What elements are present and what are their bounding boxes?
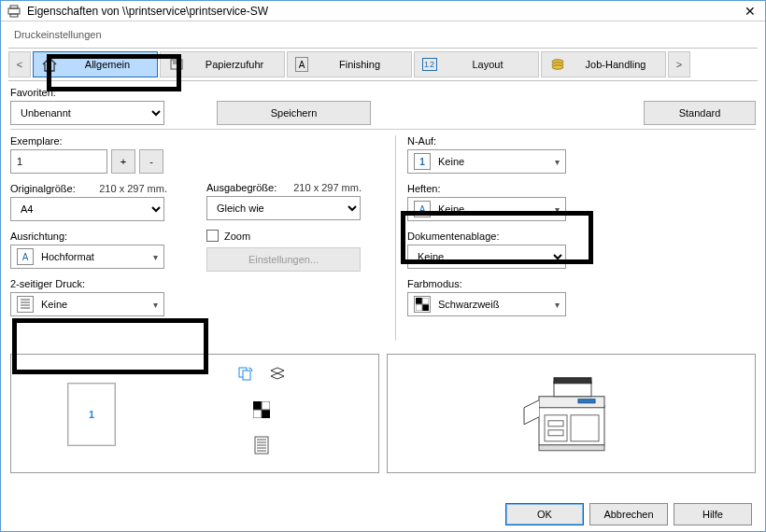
tab-allgemein[interactable]: Allgemein (33, 51, 158, 77)
paper-tray-icon (168, 56, 185, 73)
svg-rect-8 (422, 304, 429, 311)
chevron-down-icon: ▾ (555, 204, 560, 215)
bw-swatch-icon[interactable] (251, 399, 272, 420)
portrait-icon: A (17, 248, 34, 265)
svg-point-6 (552, 65, 563, 69)
pages-rotate-icon[interactable] (235, 364, 256, 385)
layout-12-icon: 12 (422, 58, 437, 71)
category-tabstrip: < Allgemein Papierzufuhr A Finishing 12 … (8, 48, 758, 81)
output-size-select[interactable]: Gleich wie (206, 196, 361, 220)
tab-layout[interactable]: 12 Layout (414, 51, 539, 77)
staple-label: Heften: (407, 183, 594, 194)
preview-row: 1 (10, 354, 756, 473)
bw-icon (414, 296, 431, 313)
zoom-settings-button: Einstellungen... (206, 247, 361, 272)
chevron-down-icon: ▾ (555, 300, 560, 310)
copies-input[interactable] (10, 149, 107, 174)
printer-properties-window: Eigenschaften von \\printservice\printse… (0, 0, 766, 532)
page-lines-icon[interactable] (251, 435, 272, 455)
duplex-select[interactable]: Keine▾ (10, 292, 164, 316)
help-button[interactable]: Hilfe (674, 503, 752, 525)
svg-rect-10 (416, 304, 422, 311)
svg-rect-25 (554, 378, 591, 384)
zoom-checkbox[interactable] (206, 230, 219, 242)
output-size-hint: 210 x 297 mm. (293, 182, 362, 193)
page-thumbnail: 1 (67, 383, 116, 446)
save-button[interactable]: Speichern (217, 101, 371, 125)
svg-rect-7 (416, 298, 422, 304)
page-lines-icon (17, 296, 34, 313)
document-a-icon: A (295, 57, 308, 72)
tab-label: Papierzufuhr (192, 59, 277, 70)
svg-rect-14 (262, 410, 270, 418)
preview-mode-icons (235, 364, 288, 455)
svg-rect-27 (539, 445, 604, 451)
dialog-body: < Allgemein Papierzufuhr A Finishing 12 … (1, 44, 765, 473)
orientation-label: Ausrichtung: (10, 231, 206, 242)
svg-rect-26 (578, 399, 595, 403)
tab-finishing[interactable]: A Finishing (287, 51, 412, 77)
svg-rect-15 (262, 401, 270, 410)
document-tray-select[interactable]: Keine (407, 245, 566, 269)
copies-label: Exemplare: (10, 135, 206, 147)
favorites-label: Favoriten: (10, 87, 756, 98)
svg-rect-1 (10, 6, 18, 8)
close-button[interactable]: ✕ (741, 5, 759, 18)
tab-job-handling[interactable]: Job-Handling (541, 51, 666, 77)
document-a-icon: A (414, 201, 431, 217)
stack-icon[interactable] (267, 364, 288, 385)
tab-label: Job-Handling (574, 59, 658, 70)
svg-rect-9 (422, 298, 429, 304)
coins-icon (549, 56, 566, 73)
zoom-label: Zoom (224, 231, 250, 242)
printer-preview-pane (387, 354, 756, 473)
original-size-select[interactable]: A4 (10, 197, 164, 221)
tab-scroll-left[interactable]: < (8, 51, 31, 77)
tab-label: Layout (445, 59, 531, 70)
tab-papierzufuhr[interactable]: Papierzufuhr (160, 51, 285, 77)
nup-label: N-Auf: (407, 135, 594, 147)
copies-minus-button[interactable]: - (139, 149, 163, 174)
nup-1-icon: 1 (414, 153, 431, 170)
orientation-select[interactable]: A Hochformat▾ (10, 245, 164, 269)
home-icon (41, 56, 58, 73)
svg-rect-2 (10, 14, 18, 17)
ok-button[interactable]: OK (505, 503, 584, 525)
page-preview-pane: 1 (10, 354, 379, 473)
tab-scroll-right[interactable]: > (668, 51, 690, 77)
window-title: Eigenschaften von \\printservice\printse… (27, 5, 741, 18)
nup-select[interactable]: 1 Keine▾ (407, 149, 566, 174)
dialog-footer: OK Abbrechen Hilfe (505, 503, 752, 525)
standard-button[interactable]: Standard (644, 101, 756, 125)
copies-plus-button[interactable]: + (111, 149, 135, 174)
cancel-button[interactable]: Abbrechen (589, 503, 668, 525)
document-tray-label: Dokumentenablage: (407, 231, 594, 242)
chevron-down-icon: ▾ (153, 300, 158, 310)
original-size-hint: 210 x 297 mm. (99, 183, 167, 194)
svg-rect-13 (253, 401, 262, 410)
tab-label: Finishing (316, 59, 404, 70)
color-mode-label: Farbmodus: (407, 278, 594, 289)
favorites-select[interactable]: Unbenannt (10, 101, 164, 125)
svg-rect-16 (253, 410, 262, 418)
titlebar: Eigenschaften von \\printservice\printse… (1, 1, 765, 21)
chevron-down-icon: ▾ (555, 157, 560, 167)
printer-illustration-icon (511, 359, 632, 464)
duplex-label: 2-seitiger Druck: (10, 278, 206, 289)
color-mode-select[interactable]: Schwarzweiß▾ (407, 292, 566, 316)
printer-icon (7, 4, 21, 19)
tab-label: Allgemein (65, 59, 149, 70)
chevron-down-icon: ▾ (153, 252, 158, 262)
staple-select[interactable]: A Keine▾ (407, 197, 566, 221)
svg-rect-0 (8, 8, 20, 14)
settings-tab-label[interactable]: Druckeinstellungen (1, 21, 765, 44)
svg-rect-12 (243, 371, 250, 380)
